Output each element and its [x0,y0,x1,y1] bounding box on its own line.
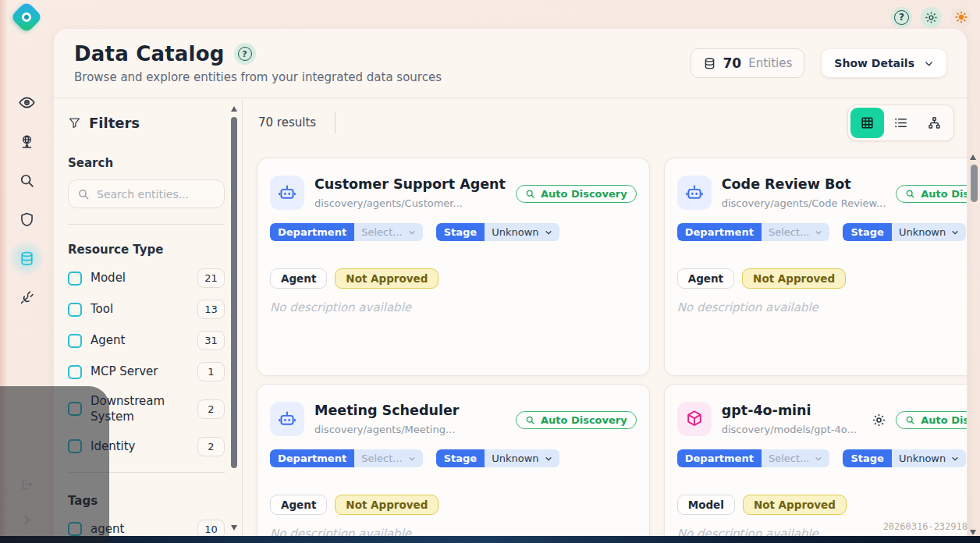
auto-discovery-label: Auto Discovery [541,188,627,200]
sidebar-item-observe[interactable] [9,83,44,122]
agent-icon [270,402,304,436]
model-cube-icon [677,402,712,436]
tags-section-label: Tags [68,494,225,508]
filter-option-downstream-system[interactable]: Downstream System 2 [68,393,225,425]
results-header: 70 results [243,99,967,146]
divider [68,472,225,473]
auto-discovery-badge: Auto Discovery [896,411,967,429]
chevron-down-icon [815,455,822,463]
sidebar-item-network[interactable] [9,122,44,161]
page-subtitle: Browse and explore entities from your in… [74,70,442,84]
department-select[interactable]: Department Select... [270,449,423,467]
scroll-down-arrow[interactable] [970,530,976,535]
type-tag: Agent [677,268,734,289]
card-title: Meeting Scheduler [314,403,506,418]
show-details-button[interactable]: Show Details [822,49,946,77]
results-count: 70 results [258,115,316,130]
type-tag: Model [677,495,735,515]
scrollbar-thumb[interactable] [971,165,978,202]
stage-select[interactable]: Stage Unknown [436,223,559,241]
entities-count-chip: 70 Entities [691,48,805,78]
scroll-up-arrow[interactable] [970,154,976,160]
filter-label: Model [91,270,189,286]
sidebar-bottom [12,470,41,543]
scroll-up-arrow[interactable] [231,106,237,112]
checkbox[interactable] [68,439,82,453]
filter-label: Agent [91,332,189,348]
sun-icon [954,10,968,24]
stage-select[interactable]: Stage Unknown [436,449,559,467]
auto-discovery-badge: Auto Discovery [516,185,637,203]
theme-toggle-button[interactable] [950,7,971,28]
filters-scrollbar[interactable] [230,102,239,540]
filter-option-mcp-server[interactable]: MCP Server 1 [68,362,225,382]
sidebar-item-integrations[interactable] [9,278,44,317]
checkbox[interactable] [68,402,82,416]
help-button[interactable]: ? [891,7,912,28]
stage-value: Unknown [492,452,538,464]
department-label: Department [270,223,354,241]
filter-label: Identity [91,438,189,454]
card-title: Code Review Bot [722,176,886,192]
sidebar-item-search[interactable] [9,161,44,200]
search-icon [905,189,915,199]
approval-status-badge: Not Approved [335,495,439,515]
resource-type-label: Resource Type [68,243,225,257]
sidebar-expand-button[interactable] [21,514,33,526]
app-logo-icon[interactable] [10,1,43,34]
entity-card-customer-support-agent[interactable]: Customer Support Agent discovery/agents/… [257,158,650,376]
sidebar-item-data-catalog[interactable] [9,239,44,278]
logout-button[interactable] [12,470,41,499]
filter-option-tool[interactable]: Tool 13 [68,300,225,319]
entity-card-grid: Customer Support Agent discovery/agents/… [243,146,967,543]
entities-count: 70 [723,55,742,71]
checkbox[interactable] [68,365,82,379]
agent-icon [270,176,304,210]
count-badge: 13 [197,300,225,319]
entity-card-meeting-scheduler[interactable]: Meeting Scheduler discovery/agents/Meeti… [257,384,650,543]
checkbox[interactable] [68,334,82,348]
stage-label: Stage [843,449,891,467]
grid-view-button[interactable] [850,108,884,138]
search-input[interactable] [97,188,198,201]
auto-discovery-label: Auto Discovery [921,188,967,200]
card-description: No description available [677,300,967,314]
scrollbar-thumb[interactable] [231,117,237,468]
checkbox[interactable] [68,303,82,317]
scroll-down-arrow[interactable] [231,525,237,531]
page-help-button[interactable]: ? [234,43,256,65]
card-settings-button[interactable] [872,413,886,428]
card-path: discovery/agents/Customer... [314,197,506,209]
sidebar-item-security[interactable] [9,200,44,239]
count-badge: 31 [197,331,225,350]
checkbox[interactable] [68,272,82,286]
filter-option-agent[interactable]: Agent 31 [68,331,225,350]
database-icon [703,57,716,70]
eye-icon [19,94,35,111]
tree-view-button[interactable] [918,108,951,138]
stage-select[interactable]: Stage Unknown [843,223,966,241]
gear-icon [872,413,886,428]
entity-card-gpt-4o-mini[interactable]: gpt-4o-mini discovery/models/gpt-4o... A… [664,384,967,543]
type-tag: Agent [270,495,327,515]
search-icon [905,415,915,425]
department-select[interactable]: Department Select... [677,223,830,241]
department-select[interactable]: Department Select... [270,223,423,241]
auto-discovery-badge: Auto Discovery [516,411,637,429]
entity-card-code-review-bot[interactable]: Code Review Bot discovery/agents/Code Re… [664,158,967,376]
filter-option-identity[interactable]: Identity 2 [68,437,225,456]
search-icon [525,415,535,425]
search-icon [19,172,35,189]
filter-option-model[interactable]: Model 21 [68,268,225,288]
card-path: discovery/agents/Meeting... [314,424,506,435]
department-select[interactable]: Department Select... [677,449,830,467]
department-label: Department [270,449,354,467]
globe-network-icon [19,133,35,150]
settings-button[interactable] [921,7,942,28]
department-label: Department [677,223,762,241]
stage-value: Unknown [899,226,946,238]
main-scrollbar[interactable] [969,154,978,535]
checkbox[interactable] [68,522,82,536]
stage-select[interactable]: Stage Unknown [843,449,966,467]
list-view-button[interactable] [884,108,918,138]
